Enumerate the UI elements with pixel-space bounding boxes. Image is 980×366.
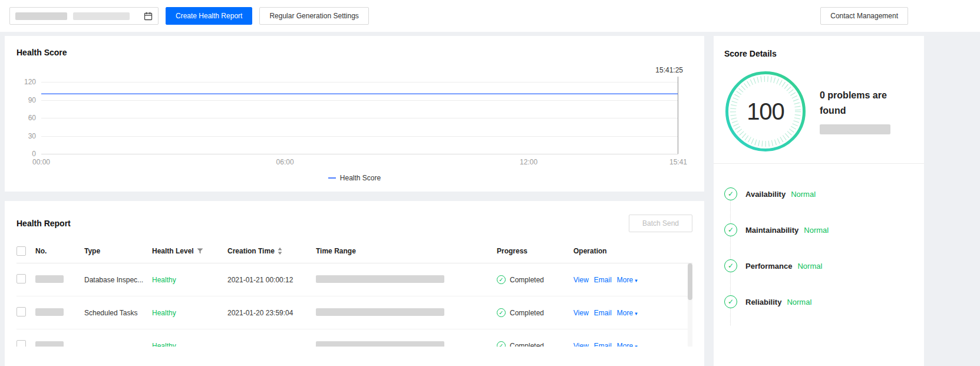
score-value: 100 <box>724 70 807 153</box>
score-dimension-list: ✓ Availability Normal ✓ Maintainability … <box>724 187 913 308</box>
left-column: Health Score 030609012000:0006:0012:0015… <box>5 36 704 366</box>
table-scrollbar-thumb[interactable] <box>688 263 692 300</box>
column-header-no: No. <box>35 247 84 255</box>
row-checkbox[interactable] <box>17 340 26 347</box>
redacted-report-no <box>35 308 64 316</box>
column-header-health-level: Health Level <box>152 247 227 255</box>
report-type: Scheduled Tasks <box>84 309 152 317</box>
view-link[interactable]: View <box>573 276 589 284</box>
cell-no <box>35 275 84 285</box>
report-card-header: Health Report Batch Send <box>17 214 692 233</box>
more-link[interactable]: More▾ <box>617 276 638 284</box>
health-level: Healthy <box>152 309 227 317</box>
chart-legend: Health Score <box>17 174 692 182</box>
score-details-card: Score Details 100 0 problems are found <box>714 36 924 366</box>
progress-status: ✓Completed <box>497 341 573 347</box>
cell-select <box>17 307 35 318</box>
top-toolbar: Create Health Report Regular Generation … <box>0 0 980 32</box>
score-summary: 0 problems are found <box>820 70 897 153</box>
problems-found-text: 0 problems are found <box>820 88 897 118</box>
column-header-operation: Operation <box>573 247 692 255</box>
table-row: Scheduled TasksHealthy2021-01-20 23:59:0… <box>17 296 692 329</box>
progress-text: Completed <box>510 309 544 317</box>
table-row: Database Inspec...Healthy2021-01-21 00:0… <box>17 263 692 296</box>
x-axis-tick-label: 15:41 <box>669 158 687 166</box>
redacted-report-no <box>35 341 64 347</box>
cell-operation: ViewEmailMore▾ <box>573 342 692 347</box>
cell-operation: ViewEmailMore▾ <box>573 309 692 317</box>
dimension-maintainability: ✓ Maintainability Normal <box>724 223 913 236</box>
y-axis-tick-label: 90 <box>28 96 36 104</box>
create-health-report-button[interactable]: Create Health Report <box>166 7 252 25</box>
progress-text: Completed <box>510 276 544 284</box>
redacted-date-text <box>73 12 130 20</box>
sort-icon[interactable] <box>278 248 282 255</box>
redacted-time-range <box>316 275 444 283</box>
redacted-time-range <box>316 341 444 347</box>
cell-time-range <box>316 275 497 285</box>
progress-text: Completed <box>510 342 544 347</box>
health-level: Healthy <box>152 342 227 347</box>
column-header-time-range: Time Range <box>316 247 497 255</box>
calendar-icon[interactable] <box>144 12 153 21</box>
more-link[interactable]: More▾ <box>617 309 638 317</box>
dimension-availability: ✓ Availability Normal <box>724 187 913 200</box>
redacted-report-no <box>35 275 64 283</box>
report-table-body: Database Inspec...Healthy2021-01-21 00:0… <box>17 263 692 347</box>
contact-management-button[interactable]: Contact Management <box>820 7 908 25</box>
view-link[interactable]: View <box>573 342 589 347</box>
redacted-time-range <box>316 308 444 316</box>
redacted-instance-name <box>820 124 890 134</box>
table-row: Healthy✓CompletedViewEmailMore▾ <box>17 329 692 347</box>
table-scrollbar-track <box>688 263 692 347</box>
cell-time-range <box>316 308 497 318</box>
report-type: Database Inspec... <box>84 276 152 284</box>
health-score-title: Health Score <box>17 48 692 57</box>
more-caret-icon: ▾ <box>635 278 638 283</box>
x-axis-tick-label: 12:00 <box>520 158 537 166</box>
cell-no <box>35 308 84 318</box>
health-score-card: Health Score 030609012000:0006:0012:0015… <box>5 36 704 192</box>
more-link[interactable]: More▾ <box>617 342 638 347</box>
cell-no <box>35 341 84 347</box>
more-caret-icon: ▾ <box>635 344 638 347</box>
check-circle-icon: ✓ <box>724 223 737 236</box>
row-checkbox[interactable] <box>17 274 26 283</box>
score-gauge: 100 <box>724 70 807 153</box>
cell-time-range <box>316 341 497 347</box>
view-link[interactable]: View <box>573 309 589 317</box>
completed-check-icon: ✓ <box>497 308 506 317</box>
legend-marker-icon <box>328 177 336 179</box>
dimension-reliability: ✓ Reliability Normal <box>724 295 913 308</box>
score-details-title: Score Details <box>724 49 913 58</box>
row-checkbox[interactable] <box>17 307 26 316</box>
y-axis-tick-label: 30 <box>28 132 36 140</box>
completed-check-icon: ✓ <box>497 275 506 284</box>
check-circle-icon: ✓ <box>724 187 737 200</box>
health-report-card: Health Report Batch Send No. Type Health… <box>5 201 704 366</box>
health-report-title: Health Report <box>17 219 71 228</box>
creation-time: 2021-01-21 00:00:12 <box>227 276 316 284</box>
cell-select <box>17 274 35 285</box>
creation-time: 2021-01-20 23:59:04 <box>227 309 316 317</box>
batch-send-button[interactable]: Batch Send <box>629 215 692 232</box>
cell-operation: ViewEmailMore▾ <box>573 276 692 284</box>
score-gauge-row: 100 0 problems are found <box>724 70 913 153</box>
check-circle-icon: ✓ <box>724 295 737 308</box>
regular-generation-settings-button[interactable]: Regular Generation Settings <box>259 7 368 25</box>
select-all-checkbox[interactable] <box>17 246 26 256</box>
health-level: Healthy <box>152 276 227 284</box>
x-axis-tick-label: 06:00 <box>276 158 294 166</box>
filter-icon[interactable] <box>197 248 203 254</box>
email-link[interactable]: Email <box>594 342 612 347</box>
y-axis-tick-label: 0 <box>32 150 36 158</box>
email-link[interactable]: Email <box>594 276 612 284</box>
email-link[interactable]: Email <box>594 309 612 317</box>
table-header-row: No. Type Health Level Creation Time Time… <box>17 239 692 263</box>
chart-timestamp: 15:41:25 <box>655 66 683 74</box>
dimension-performance: ✓ Performance Normal <box>724 259 913 272</box>
score-divider <box>714 163 924 164</box>
main-content: Health Score 030609012000:0006:0012:0015… <box>0 32 980 366</box>
instance-date-picker[interactable] <box>9 7 159 25</box>
column-header-creation-time: Creation Time <box>227 247 316 255</box>
